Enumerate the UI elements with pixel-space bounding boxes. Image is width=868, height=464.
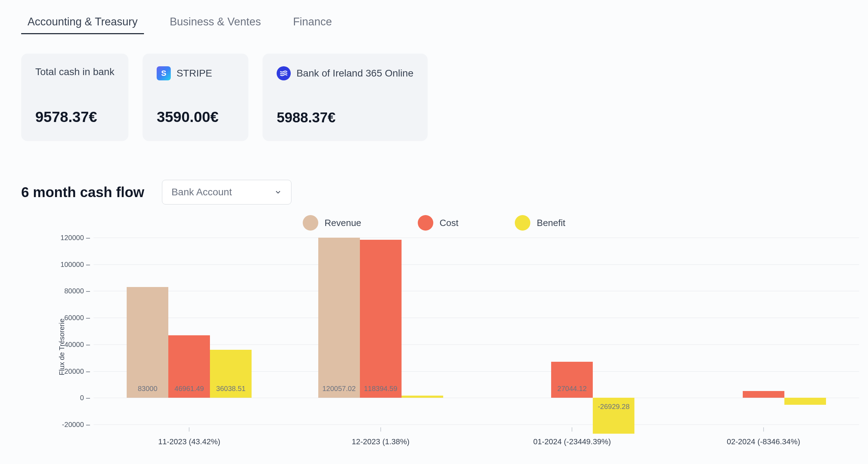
- card-total-cash-value: 9578.37€: [35, 109, 114, 126]
- card-total-cash-label: Total cash in bank: [35, 66, 114, 78]
- legend-benefit-label: Benefit: [537, 218, 565, 228]
- chevron-down-icon: [274, 188, 282, 196]
- bar-benefit: [784, 398, 826, 405]
- ytick: 120000 –: [55, 234, 90, 242]
- xtick-label: 02-2024 (-8346.34%): [727, 437, 800, 446]
- summary-cards: Total cash in bank 9578.37€ S STRIPE 359…: [21, 54, 847, 141]
- card-boi-label: Bank of Ireland 365 Online: [296, 68, 414, 79]
- bar-cost: 118394.59: [360, 240, 402, 398]
- bar-label: 36038.51: [210, 385, 252, 393]
- bar-label: -26929.28: [593, 403, 634, 411]
- stripe-icon: S: [157, 66, 171, 80]
- bar-revenue: 83000: [127, 287, 168, 398]
- legend-benefit[interactable]: Benefit: [515, 215, 565, 231]
- xtick-mark: [763, 427, 764, 432]
- xtick-label: 11-2023 (43.42%): [158, 437, 220, 446]
- tab-accounting-treasury[interactable]: Accounting & Treasury: [21, 11, 144, 34]
- bar-cost: [743, 391, 784, 398]
- ytick: 20000 –: [55, 367, 90, 375]
- xtick-label: 01-2024 (-23449.39%): [533, 437, 611, 446]
- bar-label: 83000: [127, 385, 168, 393]
- ytick: 40000 –: [55, 340, 90, 348]
- chart-header: 6 month cash flow Bank Account: [21, 180, 847, 204]
- card-stripe: S STRIPE 3590.00€: [143, 54, 248, 141]
- bar-label: 46961.49: [168, 385, 210, 393]
- card-stripe-label: STRIPE: [176, 68, 212, 79]
- bank-of-ireland-icon: [277, 66, 291, 80]
- ytick: 0 –: [55, 394, 90, 402]
- ytick: 100000 –: [55, 260, 90, 268]
- bar-benefit: [402, 396, 443, 398]
- tab-finance[interactable]: Finance: [287, 11, 338, 34]
- ytick: -20000 –: [55, 421, 90, 429]
- xtick-mark: [380, 427, 381, 432]
- card-boi-value: 5988.37€: [277, 110, 414, 126]
- card-total-cash: Total cash in bank 9578.37€: [21, 54, 128, 141]
- legend-cost-label: Cost: [440, 218, 458, 228]
- bar-cost: 27044.12: [551, 362, 593, 398]
- chart-title: 6 month cash flow: [21, 184, 144, 200]
- ytick: 80000 –: [55, 287, 90, 295]
- dropdown-label: Bank Account: [171, 187, 232, 198]
- legend-revenue-swatch: [303, 215, 318, 231]
- legend-cost[interactable]: Cost: [418, 215, 458, 231]
- tabs: Accounting & Treasury Business & Ventes …: [21, 11, 847, 34]
- legend-revenue[interactable]: Revenue: [303, 215, 361, 231]
- bar-label: 118394.59: [360, 385, 402, 393]
- bar-revenue: 120057.02: [318, 238, 360, 398]
- cash-flow-chart: Flux de Trésorerie 8300046961.4936038.51…: [55, 238, 859, 456]
- legend-cost-swatch: [418, 215, 433, 231]
- bar-cost: 46961.49: [168, 335, 210, 398]
- card-stripe-value: 3590.00€: [157, 109, 234, 126]
- xtick-label: 12-2023 (1.38%): [352, 437, 410, 446]
- legend-benefit-swatch: [515, 215, 530, 231]
- bar-label: 120057.02: [318, 385, 360, 393]
- xtick-mark: [572, 427, 572, 432]
- chart-legend: Revenue Cost Benefit: [21, 215, 847, 231]
- bank-account-dropdown[interactable]: Bank Account: [162, 180, 291, 204]
- xtick-mark: [189, 427, 189, 432]
- chart-plot: 8300046961.4936038.51120057.02118394.592…: [94, 238, 859, 425]
- chart-xaxis: 11-2023 (43.42%)12-2023 (1.38%)01-2024 (…: [94, 425, 859, 456]
- legend-revenue-label: Revenue: [325, 218, 361, 228]
- bar-benefit: 36038.51: [210, 350, 252, 398]
- bar-label: 27044.12: [551, 385, 593, 393]
- card-boi: Bank of Ireland 365 Online 5988.37€: [263, 54, 428, 141]
- ytick: 60000 –: [55, 314, 90, 322]
- tab-business-ventes[interactable]: Business & Ventes: [163, 11, 267, 34]
